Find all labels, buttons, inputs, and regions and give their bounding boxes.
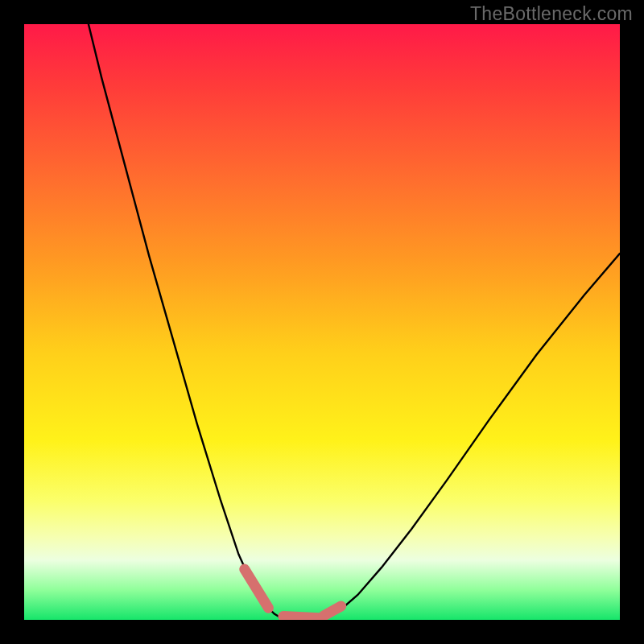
marker-right-slope xyxy=(324,606,341,616)
curve-left-branch xyxy=(89,24,280,617)
curve-right-branch xyxy=(328,254,620,617)
curve-svg xyxy=(24,24,620,620)
marker-left-slope xyxy=(245,569,269,608)
plot-area xyxy=(24,24,620,620)
watermark-text: TheBottleneck.com xyxy=(470,3,633,25)
chart-outer-frame: TheBottleneck.com xyxy=(0,0,644,644)
marker-floor xyxy=(283,617,319,618)
